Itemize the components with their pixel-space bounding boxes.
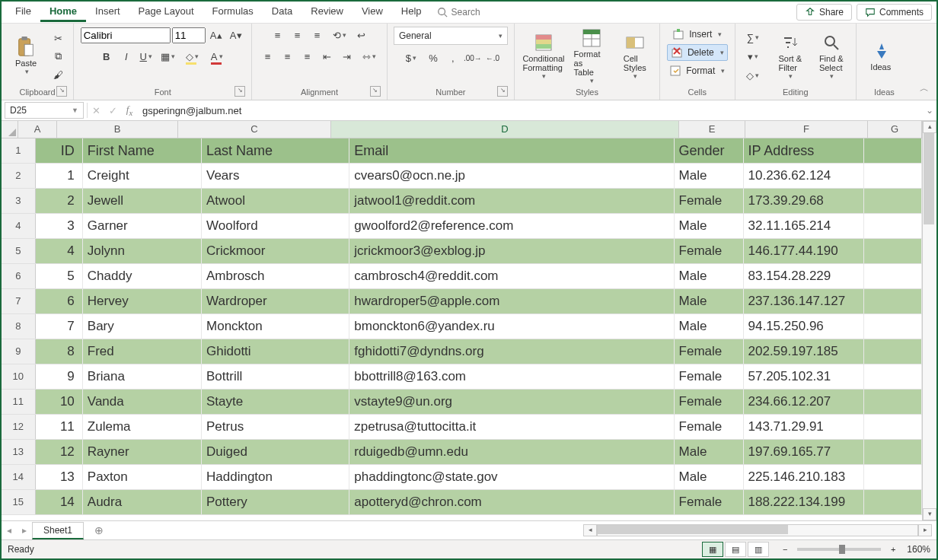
row-header[interactable]: 8	[2, 314, 36, 339]
find-select-button[interactable]: Find & Select▾	[813, 31, 850, 81]
cell-E14[interactable]: Male	[675, 465, 744, 489]
cell-B11[interactable]: Vanda	[83, 390, 202, 414]
cell-styles-button[interactable]: Cell Styles▾	[617, 31, 653, 81]
fill-color-button[interactable]: ◇▾	[181, 48, 204, 65]
cell-D11[interactable]: vstayte9@un.org	[349, 390, 674, 414]
cell-D7[interactable]: hwardroper5@apple.com	[349, 289, 674, 313]
cell-D2[interactable]: cvears0@ocn.ne.jp	[349, 164, 674, 188]
sort-filter-button[interactable]: Sort & Filter▾	[772, 31, 809, 81]
cell-B2[interactable]: Creight	[83, 164, 202, 188]
cell-B9[interactable]: Fred	[83, 339, 202, 364]
scroll-down-button[interactable]: ▾	[923, 508, 936, 520]
row-header[interactable]: 12	[2, 415, 36, 439]
sheet-tab-active[interactable]: Sheet1	[32, 522, 84, 539]
format-cells-button[interactable]: Format▾	[666, 63, 728, 78]
cell-D12[interactable]: zpetrusa@tuttocitta.it	[349, 415, 674, 439]
share-button[interactable]: Share	[796, 4, 852, 21]
cell-D5[interactable]: jcrickmoor3@exblog.jp	[349, 239, 674, 263]
column-header-G[interactable]: G	[868, 121, 922, 138]
cell-D3[interactable]: jatwool1@reddit.com	[349, 189, 674, 213]
column-header-C[interactable]: C	[178, 121, 331, 138]
cell-G13[interactable]	[864, 440, 922, 464]
menu-tab-insert[interactable]: Insert	[86, 2, 129, 22]
cell-E4[interactable]: Male	[675, 214, 744, 238]
cell-F12[interactable]: 143.71.29.91	[744, 415, 864, 439]
horizontal-scrollbar[interactable]: ◂ ▸	[108, 524, 936, 536]
cell-A11[interactable]: 10	[36, 390, 83, 414]
align-bottom-button[interactable]: ≡	[308, 27, 327, 43]
cell-F6[interactable]: 83.154.28.229	[744, 264, 864, 288]
cell-G2[interactable]	[864, 164, 922, 188]
bold-button[interactable]: B	[97, 48, 116, 65]
sheet-nav-next[interactable]: ▸	[17, 525, 32, 536]
column-header-F[interactable]: F	[745, 121, 868, 138]
cell-A6[interactable]: 5	[36, 264, 83, 288]
scroll-up-button[interactable]: ▴	[923, 121, 936, 133]
zoom-out-button[interactable]: −	[778, 542, 792, 556]
cell-E5[interactable]: Female	[675, 239, 744, 263]
row-header[interactable]: 14	[2, 465, 36, 489]
cell-G15[interactable]	[864, 490, 922, 514]
select-all-corner[interactable]	[2, 121, 18, 138]
cell-D4[interactable]: gwoolford2@reference.com	[349, 214, 674, 238]
row-header[interactable]: 2	[2, 164, 36, 188]
cell-B4[interactable]: Garner	[83, 214, 202, 238]
decrease-indent-button[interactable]: ⇤	[318, 48, 337, 65]
cell-B3[interactable]: Jewell	[83, 189, 202, 213]
cell-F7[interactable]: 237.136.147.127	[744, 289, 864, 313]
insert-cells-button[interactable]: Insert▾	[669, 27, 725, 42]
cell-G8[interactable]	[864, 314, 922, 339]
cell-E7[interactable]: Male	[675, 289, 744, 313]
cell-E13[interactable]: Male	[675, 440, 744, 464]
row-header[interactable]: 11	[2, 390, 36, 414]
cell-E1[interactable]: Gender	[675, 138, 744, 163]
cell-G9[interactable]	[864, 339, 922, 364]
cell-E2[interactable]: Male	[675, 164, 744, 188]
align-center-button[interactable]: ≡	[279, 48, 297, 65]
cell-C8[interactable]: Monckton	[202, 314, 349, 339]
cell-F2[interactable]: 10.236.62.124	[744, 164, 864, 188]
cell-G12[interactable]	[864, 415, 922, 439]
cell-B13[interactable]: Rayner	[83, 440, 202, 464]
cell-C7[interactable]: Wardroper	[202, 289, 349, 313]
comma-button[interactable]: ,	[444, 49, 462, 66]
cell-A14[interactable]: 13	[36, 465, 83, 489]
cell-F10[interactable]: 57.205.102.31	[744, 364, 864, 389]
increase-font-button[interactable]: A▴	[207, 27, 225, 43]
ideas-button[interactable]: Ideas	[863, 40, 899, 73]
cell-B6[interactable]: Chaddy	[83, 264, 202, 288]
cell-B1[interactable]: First Name	[83, 138, 202, 163]
cell-D9[interactable]: fghidotti7@dyndns.org	[349, 339, 674, 364]
cell-C9[interactable]: Ghidotti	[202, 339, 349, 364]
normal-view-button[interactable]: ▦	[702, 542, 723, 557]
font-color-button[interactable]: A▾	[206, 48, 228, 65]
menu-tab-review[interactable]: Review	[302, 2, 353, 22]
decrease-decimal-button[interactable]: ←.0	[483, 49, 502, 66]
cell-C13[interactable]: Duiged	[202, 440, 349, 464]
cell-C12[interactable]: Petrus	[202, 415, 349, 439]
cell-C11[interactable]: Stayte	[202, 390, 349, 414]
align-middle-button[interactable]: ≡	[289, 27, 307, 43]
cell-G6[interactable]	[864, 264, 922, 288]
merge-center-button[interactable]: ⇿▾	[358, 48, 381, 65]
expand-formula-bar-button[interactable]: ⌄	[923, 105, 936, 116]
cell-C6[interactable]: Ambrosch	[202, 264, 349, 288]
increase-decimal-button[interactable]: .00→	[464, 49, 482, 66]
cell-A7[interactable]: 6	[36, 289, 83, 313]
menu-tab-help[interactable]: Help	[392, 2, 431, 22]
tell-me-search[interactable]: Search	[437, 7, 480, 18]
paste-button[interactable]: Paste ▾	[8, 36, 44, 77]
cell-A9[interactable]: 8	[36, 339, 83, 364]
autosum-button[interactable]: ∑▾	[742, 29, 764, 46]
align-left-button[interactable]: ≡	[259, 48, 277, 65]
cell-F11[interactable]: 234.66.12.207	[744, 390, 864, 414]
cell-F9[interactable]: 202.59.197.185	[744, 339, 864, 364]
menu-tab-file[interactable]: File	[6, 2, 40, 22]
scroll-right-button[interactable]: ▸	[918, 524, 932, 536]
insert-function-button[interactable]: fx	[121, 103, 138, 117]
cell-F8[interactable]: 94.15.250.96	[744, 314, 864, 339]
wrap-text-button[interactable]: ↩	[353, 27, 371, 43]
scroll-left-button[interactable]: ◂	[583, 524, 597, 536]
cell-C2[interactable]: Vears	[202, 164, 349, 188]
row-header[interactable]: 9	[2, 339, 36, 364]
